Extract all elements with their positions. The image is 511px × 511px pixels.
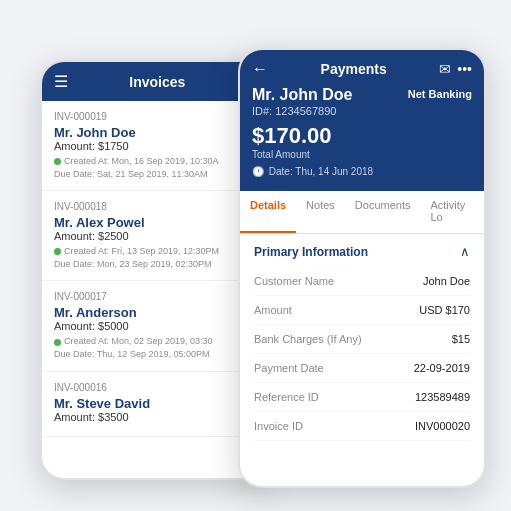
tab-activity-lo[interactable]: Activity Lo [420,191,484,233]
payment-customer-name: Mr. John Doe [252,86,352,104]
invoice-item[interactable]: INV-000016 Mr. Steve David Amount: $3500 [42,372,268,437]
tab-details[interactable]: Details [240,191,296,233]
payment-date-text: Date: Thu, 14 Jun 2018 [269,166,373,177]
detail-value: $15 [452,333,470,345]
payment-method-label: Net Banking [408,88,472,100]
detail-row: Bank Charges (If Any) $15 [254,325,470,354]
detail-value: 22-09-2019 [414,362,470,374]
invoice-amount: Amount: $1750 [54,140,256,152]
payment-customer-id: ID#: 1234567890 [252,105,352,117]
invoice-list: INV-000019 Mr. John Doe Amount: $1750 Cr… [42,101,268,437]
details-section: Primary Information ∧ Customer Name John… [240,234,484,441]
invoice-name: Mr. John Doe [54,125,256,140]
invoice-id: INV-000019 [54,111,256,122]
payment-total-label: Total Amount [252,149,472,160]
header-icons: ✉ ••• [439,61,472,77]
invoice-item[interactable]: INV-000018 Mr. Alex Powel Amount: $2500 … [42,191,268,281]
invoice-name: Mr. Alex Powel [54,215,256,230]
payment-amount-block: $170.00 Total Amount [252,123,472,160]
invoices-phone: ☰ Invoices + INV-000019 Mr. John Doe Amo… [40,60,270,480]
detail-row: Invoice ID INV000020 [254,412,470,441]
payments-phone: ← Payments ✉ ••• Mr. John Doe ID#: 12345… [238,48,486,488]
detail-label: Payment Date [254,362,324,374]
invoice-id: INV-000017 [54,291,256,302]
more-icon[interactable]: ••• [457,61,472,77]
invoice-amount: Amount: $2500 [54,230,256,242]
tab-documents[interactable]: Documents [345,191,421,233]
detail-value: USD $170 [419,304,470,316]
back-icon[interactable]: ← [252,60,268,78]
hamburger-icon[interactable]: ☰ [54,72,68,91]
payment-tabs: DetailsNotesDocumentsActivity Lo [240,191,484,234]
invoice-item[interactable]: INV-000019 Mr. John Doe Amount: $1750 Cr… [42,101,268,191]
detail-label: Amount [254,304,292,316]
invoice-id: INV-000016 [54,382,256,393]
invoice-id: INV-000018 [54,201,256,212]
detail-label: Bank Charges (If Any) [254,333,362,345]
detail-value: John Doe [423,275,470,287]
invoice-item[interactable]: INV-000017 Mr. Anderson Amount: $5000 Cr… [42,281,268,371]
detail-label: Customer Name [254,275,334,287]
detail-row: Payment Date 22-09-2019 [254,354,470,383]
detail-label: Reference ID [254,391,319,403]
tab-notes[interactable]: Notes [296,191,345,233]
detail-value: INV000020 [415,420,470,432]
payment-date: 🕐 Date: Thu, 14 Jun 2018 [252,166,472,177]
detail-value: 123589489 [415,391,470,403]
detail-row: Amount USD $170 [254,296,470,325]
detail-row: Customer Name John Doe [254,267,470,296]
payment-amount: $170.00 [252,123,472,149]
payment-name-block: Mr. John Doe ID#: 1234567890 [252,86,352,123]
payment-info-row: Mr. John Doe ID#: 1234567890 Net Banking [252,86,472,123]
invoice-amount: Amount: $5000 [54,320,256,332]
email-icon[interactable]: ✉ [439,61,451,77]
payment-method-block: Net Banking [408,86,472,100]
detail-row: Reference ID 123589489 [254,383,470,412]
chevron-up-icon[interactable]: ∧ [460,244,470,259]
detail-label: Invoice ID [254,420,303,432]
invoice-name: Mr. Steve David [54,396,256,411]
payments-header: ← Payments ✉ ••• Mr. John Doe ID#: 12345… [240,50,484,191]
clock-icon: 🕐 [252,166,264,177]
detail-rows: Customer Name John Doe Amount USD $170 B… [254,267,470,441]
section-header: Primary Information ∧ [254,244,470,259]
invoice-amount: Amount: $3500 [54,411,256,423]
notch-right [332,50,392,64]
invoice-name: Mr. Anderson [54,305,256,320]
section-title: Primary Information [254,245,368,259]
notch-left [125,62,185,76]
